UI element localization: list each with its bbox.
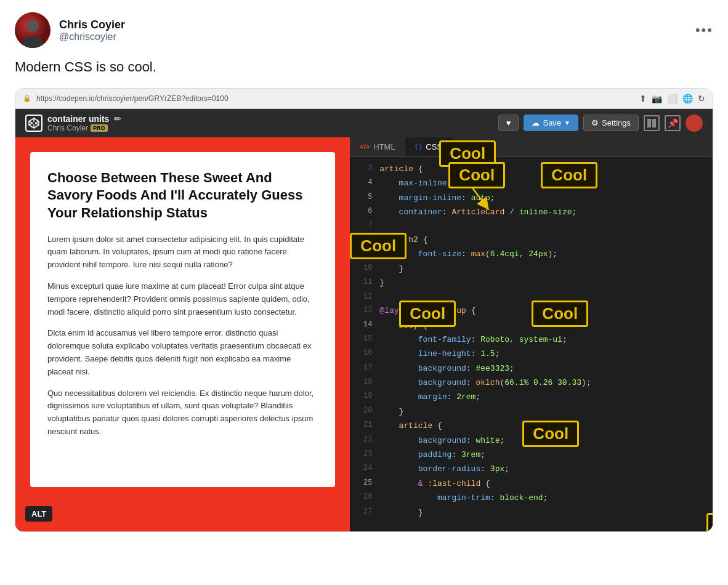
code-line: 19 margin: 2rem; <box>350 390 713 404</box>
preview-para-3: Dicta enim id accusamus vel libero tempo… <box>47 327 318 378</box>
browser-url: https://codepen.io/chriscoyier/pen/GRYrZ… <box>36 94 634 103</box>
heart-button[interactable]: ♥ <box>498 115 519 131</box>
pro-badge: PRO <box>91 124 108 132</box>
author-name: Chris Coyier <box>59 18 125 31</box>
browser-actions: ⬆ 📷 ⬜ 🌐 ↻ <box>639 94 705 103</box>
svg-line-7 <box>29 121 33 123</box>
camera-icon: 📷 <box>652 94 662 103</box>
layout-icon[interactable] <box>644 115 660 131</box>
code-line: 4 max-inline-size: 72ch; <box>350 176 713 190</box>
code-line: 23 padding: 3rem; <box>350 448 713 462</box>
tweet-card: Chris Coyier @chriscoyier ••• Modern CSS… <box>15 12 713 532</box>
codepen-logo-area: container units ✏ Chris Coyier PRO <box>25 114 121 132</box>
code-line: 3article { <box>350 162 713 176</box>
code-line: 6 container: ArticleCard / inline-size; <box>350 205 713 219</box>
codepen-actions[interactable]: ♥ ☁ Save ▼ ⚙ Settings 📌 <box>498 115 703 132</box>
codepen-content: Choose Between These Sweet And Savory Fo… <box>15 137 713 531</box>
author-info: Chris Coyier @chriscoyier <box>59 18 125 42</box>
code-line: 24 border-radius: 3px; <box>350 462 713 476</box>
user-avatar <box>686 115 703 132</box>
share-icon: ⬆ <box>639 94 647 103</box>
save-button[interactable]: ☁ Save ▼ <box>524 115 578 131</box>
preview-para-1: Lorem ipsum dolor sit amet consectetur a… <box>47 233 318 272</box>
codepen-logo <box>25 115 42 132</box>
codepen-user: Chris Coyier PRO <box>47 124 121 132</box>
code-panel-tabs: </> HTML { } CSS <box>350 137 713 157</box>
code-panel: </> HTML { } CSS 3article {4 max-inline-… <box>350 137 713 531</box>
code-body: 3article {4 max-inline-size: 72ch;5 marg… <box>350 157 713 531</box>
code-line: 27 } <box>350 506 713 520</box>
code-line: 26 margin-trim: block-end; <box>350 491 713 505</box>
css-icon: { } <box>415 143 423 150</box>
tab-html[interactable]: </> HTML <box>350 137 405 156</box>
save-cloud-icon: ☁ <box>532 118 540 127</box>
heart-icon: ♥ <box>506 118 511 127</box>
code-line: 10 } <box>350 262 713 276</box>
svg-point-2 <box>26 20 39 32</box>
svg-rect-12 <box>652 119 656 127</box>
code-line: 18 background: oklch(66.1% 0.26 30.33); <box>350 376 713 390</box>
html-icon: </> <box>360 143 370 150</box>
tweet-text: Modern CSS is so cool. <box>15 58 713 77</box>
preview-panel: Choose Between These Sweet And Savory Fo… <box>15 137 350 531</box>
tweet-header: Chris Coyier @chriscoyier ••• <box>15 12 713 48</box>
alt-badge: ALT <box>25 506 52 522</box>
tweet-author: Chris Coyier @chriscoyier <box>15 12 125 48</box>
author-handle: @chriscoyier <box>59 31 125 42</box>
preview-para-4: Quo necessitatibus dolorem vel reiciendi… <box>47 387 318 438</box>
avatar <box>15 12 51 48</box>
globe-icon: 🌐 <box>682 94 693 103</box>
save-chevron: ▼ <box>564 119 570 126</box>
code-line: 11} <box>350 276 713 290</box>
code-line: 17 background: #ee3323; <box>350 361 713 376</box>
codepen-title: container units ✏ <box>47 114 121 124</box>
code-line: 5 margin-inline: auto; <box>350 191 713 205</box>
code-line: 7 <box>350 219 713 233</box>
code-line: 25 & :last-child { <box>350 477 713 491</box>
settings-button[interactable]: ⚙ Settings <box>583 115 639 131</box>
refresh-icon: ↻ <box>698 94 705 103</box>
more-options-button[interactable]: ••• <box>695 22 713 38</box>
settings-gear-icon: ⚙ <box>591 118 599 127</box>
preview-title: Choose Between These Sweet And Savory Fo… <box>47 169 318 222</box>
tab-icon: ⬜ <box>667 94 677 103</box>
codepen-wrapper: container units ✏ Chris Coyier PRO ♥ <box>15 109 713 531</box>
code-line: 15 font-family: Roboto, system-ui; <box>350 333 713 347</box>
preview-para-2: Minus excepturi quae iure maxime at cum … <box>47 280 318 318</box>
preview-inner: Choose Between These Sweet And Savory Fo… <box>30 152 335 487</box>
screenshot-container: 🔒 https://codepen.io/chriscoyier/pen/GRY… <box>15 88 713 532</box>
svg-line-8 <box>35 121 39 123</box>
codepen-header: container units ✏ Chris Coyier PRO ♥ <box>15 109 713 137</box>
pin-icon[interactable]: 📌 <box>665 115 681 131</box>
lock-icon: 🔒 <box>23 94 31 102</box>
browser-chrome: 🔒 https://codepen.io/chriscoyier/pen/GRY… <box>15 89 713 109</box>
code-line: 16 line-height: 1.5; <box>350 347 713 361</box>
svg-line-10 <box>35 123 39 125</box>
svg-line-9 <box>29 123 33 125</box>
svg-rect-11 <box>647 119 651 127</box>
code-line: 20 } <box>350 405 713 419</box>
